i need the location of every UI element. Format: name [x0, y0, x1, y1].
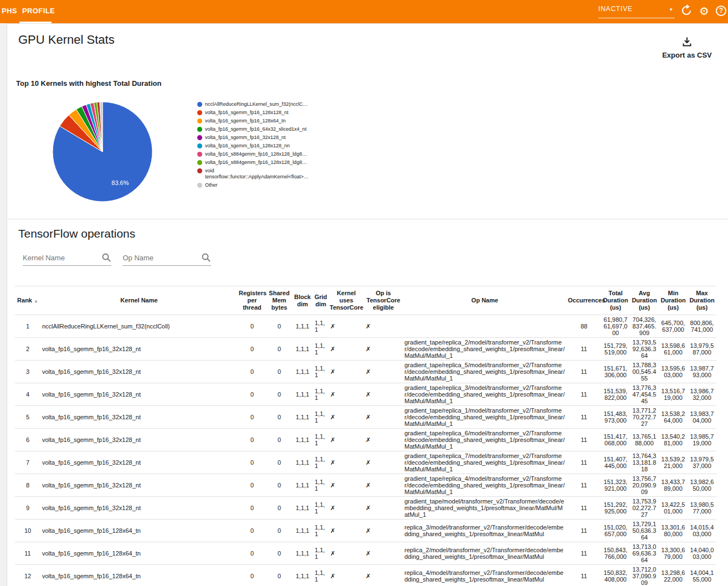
table-cell: 8 — [15, 474, 40, 497]
table-row: 12volta_fp16_sgemm_fp16_128x64_tn001,1,1… — [15, 565, 716, 586]
op-name-input[interactable] — [122, 251, 211, 266]
legend-item: volta_fp16_sgemm_fp16_128x128_nn — [197, 143, 300, 149]
column-header[interactable]: Occurrences — [567, 286, 601, 315]
table-header-row: Rank▲Kernel NameRegisters per threadShar… — [15, 286, 716, 315]
table-cell: 13,983,704,000 — [688, 406, 716, 429]
table-cell: 11 — [567, 338, 601, 361]
content-card: GPU Kernel Stats Export as CSV Top 10 Ke… — [7, 23, 728, 586]
table-cell: 0 — [238, 497, 266, 520]
column-header[interactable]: Grid dim — [313, 286, 329, 315]
legend-label: volta_fp16_sgemm_fp16_128x128_nt — [205, 110, 289, 116]
table-cell: gradient_tape/replica_7/model/transforme… — [403, 451, 567, 474]
app-bar: PHS PROFILE INACTIVE ▼ ⚙ ? — [0, 0, 728, 23]
kernel-name-input[interactable] — [23, 251, 111, 266]
table-cell: ncclAllReduceRingLLKernel_sum_f32(ncclCo… — [40, 315, 238, 338]
table-cell: 151,539,822,000 — [601, 383, 630, 406]
table-cell: ✗ — [329, 429, 364, 451]
gear-icon: ⚙ — [699, 5, 709, 17]
table-cell: 1,1,1 — [313, 361, 329, 383]
table-cell: 13,729,150,636.364 — [630, 520, 659, 542]
table-cell: 0 — [266, 565, 292, 586]
table-cell: 1,1,1 — [313, 542, 329, 565]
table-cell: 0 — [238, 520, 266, 542]
table-cell: 0 — [238, 315, 266, 338]
table-cell: 14,040,003,000 — [688, 542, 716, 565]
tab-profile[interactable]: PROFILE — [22, 7, 55, 15]
table-cell: 150,832,408,000 — [601, 565, 630, 586]
table-row: 2volta_fp16_sgemm_fp16_32x128_nt001,1,11… — [15, 338, 716, 361]
table-cell: volta_fp16_sgemm_fp16_128x64_tn — [40, 565, 238, 586]
legend-item: volta_fp16_sgemm_fp16_128x64_tn — [197, 118, 300, 124]
column-header[interactable]: Registers per thread — [238, 286, 266, 315]
help-icon: ? — [716, 6, 726, 16]
legend-item: volta_fp16_s884gemm_fp16_128x128_ldg8… — [197, 151, 300, 157]
table-cell: 6 — [15, 429, 40, 451]
table-cell: ✗ — [329, 383, 364, 406]
table-cell: ✗ — [364, 520, 403, 542]
table-cell: 151,323,921,000 — [601, 474, 630, 497]
table-cell: 1,1,1 — [292, 451, 313, 474]
table-cell: 13,712,037,090.909 — [630, 565, 659, 586]
export-csv-button[interactable]: Export as CSV — [662, 36, 712, 59]
table-cell: 151,417,068,000 — [601, 429, 630, 451]
column-header[interactable]: Min Duration (us) — [659, 286, 688, 315]
table-cell: 1,1,1 — [292, 315, 313, 338]
column-header[interactable]: Shared Mem bytes — [266, 286, 292, 315]
table-cell: volta_fp16_sgemm_fp16_32x128_nt — [40, 497, 238, 520]
refresh-button[interactable] — [680, 4, 693, 18]
table-cell: 1,1,1 — [292, 361, 313, 383]
column-header[interactable]: Max Duration (us) — [688, 286, 716, 315]
pie-chart: 83.6% — [47, 96, 158, 207]
table-cell: 13,985,719,000 — [688, 429, 716, 451]
table-cell: 11 — [15, 542, 40, 565]
table-cell: ✗ — [329, 497, 364, 520]
table-cell: 1 — [15, 315, 40, 338]
table-cell: 13,538,264,000 — [659, 406, 688, 429]
table-cell: 704,326,837,465.909 — [630, 315, 659, 338]
settings-button[interactable]: ⚙ — [698, 4, 711, 18]
table-cell: 150,843,766,000 — [601, 542, 630, 565]
table-row: 1ncclAllReduceRingLLKernel_sum_f32(ncclC… — [15, 315, 716, 338]
refresh-icon — [680, 4, 693, 17]
table-cell: volta_fp16_sgemm_fp16_32x128_nt — [40, 383, 238, 406]
table-cell: ✗ — [329, 542, 364, 565]
table-cell: 61,980,761,697,000 — [601, 315, 630, 338]
table-cell: ✗ — [329, 565, 364, 586]
run-state-dropdown[interactable]: INACTIVE ▼ — [598, 5, 675, 18]
column-header[interactable]: Rank▲ — [15, 286, 40, 315]
column-header[interactable]: Avg Duration (us) — [630, 286, 659, 315]
column-header[interactable]: Kernel Name — [40, 286, 238, 315]
table-cell: 1,1,1 — [313, 497, 329, 520]
table-cell: 0 — [238, 565, 266, 586]
table-cell: 13,753,902,272.727 — [630, 497, 659, 520]
table-cell: ✗ — [364, 429, 403, 451]
column-header[interactable]: Block dim — [292, 286, 313, 315]
table-cell: 13,979,587,000 — [688, 338, 716, 361]
column-header[interactable]: Op is TensorCore eligible — [364, 286, 403, 315]
column-header[interactable]: Kernel uses TensorCore — [329, 286, 364, 315]
legend-swatch — [197, 119, 202, 124]
table-cell: 13,422,501,000 — [659, 497, 688, 520]
table-cell: 0 — [266, 383, 292, 406]
help-button[interactable]: ? — [716, 4, 728, 18]
table-cell: 12 — [15, 565, 40, 586]
table-cell: ✗ — [329, 361, 364, 383]
table-cell: 13,539,221,000 — [659, 451, 688, 474]
table-cell: 13,986,732,000 — [688, 383, 716, 406]
table-cell: 1,1,1 — [292, 497, 313, 520]
table-cell: 13,540,281,000 — [659, 429, 688, 451]
column-header[interactable]: Total Duration (us) — [601, 286, 630, 315]
table-row: 5volta_fp16_sgemm_fp16_32x128_nt001,1,11… — [15, 406, 716, 429]
table-cell: 11 — [567, 429, 601, 451]
table-cell: 13,793,592,636.364 — [630, 338, 659, 361]
table-cell: 13,982,650,000 — [688, 474, 716, 497]
table-cell: 1,1,1 — [292, 406, 313, 429]
tf-ops-table: Rank▲Kernel NameRegisters per threadShar… — [15, 286, 716, 586]
tab-graphs-partial[interactable]: PHS — [2, 7, 17, 15]
column-header[interactable]: Op Name — [403, 286, 567, 315]
legend-label: volta_fp16_sgemm_fp16_64x32_sliced1x4_nt — [205, 126, 306, 132]
table-cell: ✗ — [364, 474, 403, 497]
table-cell: 10 — [15, 520, 40, 542]
table-cell: 1,1,1 — [313, 406, 329, 429]
table-cell: 88 — [567, 315, 601, 338]
